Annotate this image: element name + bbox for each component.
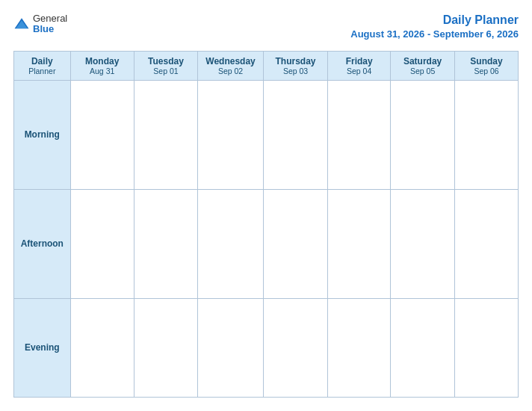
col-label-date: Planner <box>16 67 69 75</box>
col-header-friday: Friday Sep 04 <box>328 52 391 81</box>
logo-area: General Blue <box>13 13 67 35</box>
page: General Blue Daily Planner August 31, 20… <box>0 0 532 411</box>
col-header-thursday: Thursday Sep 03 <box>263 52 327 81</box>
col-saturday-date: Sep 05 <box>392 67 453 75</box>
afternoon-monday[interactable] <box>70 189 134 298</box>
planner-table: Daily Planner Monday Aug 31 Tuesday Sep … <box>13 51 519 398</box>
morning-label: Morning <box>14 81 71 190</box>
morning-thursday[interactable] <box>263 81 327 190</box>
afternoon-wednesday[interactable] <box>198 189 264 298</box>
col-tuesday-name: Tuesday <box>136 56 196 67</box>
afternoon-friday[interactable] <box>328 189 391 298</box>
evening-thursday[interactable] <box>263 298 327 398</box>
col-header-saturday: Saturday Sep 05 <box>391 52 455 81</box>
col-thursday-date: Sep 03 <box>265 67 326 75</box>
col-sunday-date: Sep 06 <box>457 67 516 75</box>
evening-label: Evening <box>14 298 71 398</box>
col-tuesday-date: Sep 01 <box>136 67 196 75</box>
afternoon-saturday[interactable] <box>391 189 455 298</box>
evening-row: Evening <box>14 298 519 398</box>
col-label-day: Daily <box>16 56 69 67</box>
col-header-wednesday: Wednesday Sep 02 <box>198 52 264 81</box>
morning-friday[interactable] <box>328 81 391 190</box>
planner-subtitle: August 31, 2026 - September 6, 2026 <box>350 28 519 40</box>
logo-blue: Blue <box>33 24 67 34</box>
col-thursday-name: Thursday <box>265 56 326 67</box>
col-header-sunday: Sunday Sep 06 <box>455 52 519 81</box>
col-saturday-name: Saturday <box>392 56 453 67</box>
afternoon-thursday[interactable] <box>263 189 327 298</box>
col-monday-date: Aug 31 <box>72 67 132 75</box>
afternoon-row: Afternoon <box>14 189 519 298</box>
col-wednesday-date: Sep 02 <box>200 67 262 75</box>
col-friday-name: Friday <box>330 56 389 67</box>
title-area: Daily Planner August 31, 2026 - Septembe… <box>350 13 519 40</box>
col-wednesday-name: Wednesday <box>200 56 262 67</box>
evening-monday[interactable] <box>70 298 134 398</box>
generalblue-logo-icon <box>13 16 30 32</box>
logo-text: General Blue <box>33 13 67 35</box>
morning-saturday[interactable] <box>391 81 455 190</box>
col-header-label: Daily Planner <box>14 52 71 81</box>
afternoon-tuesday[interactable] <box>134 189 197 298</box>
planner-title: Daily Planner <box>443 13 519 26</box>
col-header-monday: Monday Aug 31 <box>70 52 134 81</box>
morning-sunday[interactable] <box>455 81 519 190</box>
evening-sunday[interactable] <box>455 298 519 398</box>
evening-tuesday[interactable] <box>134 298 197 398</box>
col-sunday-name: Sunday <box>457 56 516 67</box>
col-header-tuesday: Tuesday Sep 01 <box>134 52 197 81</box>
evening-wednesday[interactable] <box>198 298 264 398</box>
afternoon-label: Afternoon <box>14 189 71 298</box>
morning-row: Morning <box>14 81 519 190</box>
logo-general: General <box>33 13 67 24</box>
col-friday-date: Sep 04 <box>330 67 389 75</box>
header: General Blue Daily Planner August 31, 20… <box>13 13 519 40</box>
evening-saturday[interactable] <box>391 298 455 398</box>
morning-wednesday[interactable] <box>198 81 264 190</box>
header-row: Daily Planner Monday Aug 31 Tuesday Sep … <box>14 52 519 81</box>
morning-monday[interactable] <box>70 81 134 190</box>
morning-tuesday[interactable] <box>134 81 197 190</box>
evening-friday[interactable] <box>328 298 391 398</box>
afternoon-sunday[interactable] <box>455 189 519 298</box>
col-monday-name: Monday <box>72 56 132 67</box>
